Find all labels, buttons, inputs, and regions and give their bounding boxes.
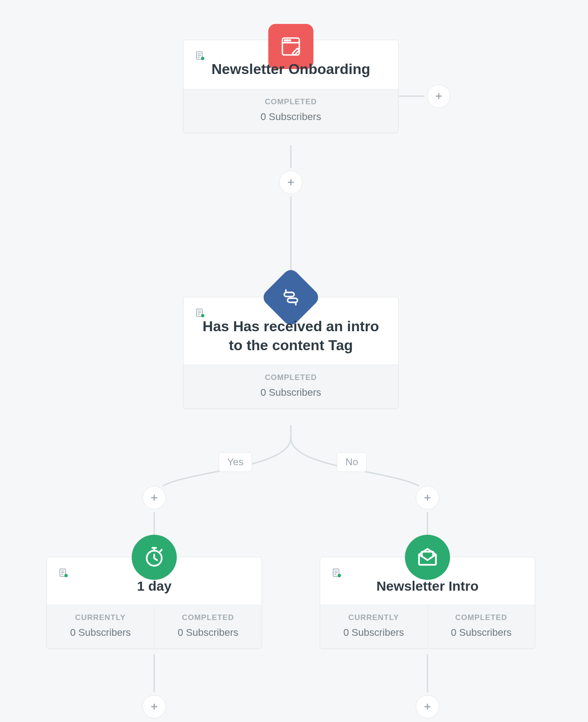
note-status-icon (332, 568, 342, 578)
email-stat-2: COMPLETED 0 Subscribers (427, 605, 535, 648)
stat-value: 0 Subscribers (159, 627, 257, 639)
condition-node[interactable]: Has Has received an intro to the content… (183, 297, 399, 409)
add-step-button[interactable] (416, 695, 439, 718)
add-step-button[interactable] (416, 486, 439, 509)
add-step-button[interactable] (142, 695, 166, 718)
delay-stat-1: CURRENTLY 0 Subscribers (47, 605, 154, 648)
condition-node-title: Has Has received an intro to the content… (196, 317, 386, 355)
stat-label: COMPLETED (159, 613, 257, 622)
note-status-icon (195, 51, 205, 61)
email-node-title: Newsletter Intro (333, 577, 522, 595)
delay-node[interactable]: 1 day CURRENTLY 0 Subscribers COMPLETED … (46, 557, 262, 649)
stat-label: COMPLETED (432, 613, 531, 622)
form-node-title: Newsletter Onboarding (196, 60, 386, 79)
stat-value: 0 Subscribers (432, 627, 531, 639)
svg-line-32 (161, 550, 162, 551)
stat-label: CURRENTLY (325, 613, 423, 622)
stat-value: 0 Subscribers (51, 627, 150, 639)
delay-node-title: 1 day (60, 577, 249, 595)
email-node[interactable]: Newsletter Intro CURRENTLY 0 Subscribers… (320, 557, 535, 649)
stat-label: COMPLETED (188, 373, 394, 382)
stat-value: 0 Subscribers (188, 111, 394, 123)
add-step-button[interactable] (142, 486, 166, 509)
branch-label-yes: Yes (219, 452, 252, 472)
condition-stat: COMPLETED 0 Subscribers (184, 365, 398, 408)
svg-point-9 (201, 57, 204, 60)
add-step-button[interactable] (279, 171, 303, 194)
svg-point-22 (201, 314, 204, 317)
svg-point-42 (338, 574, 341, 577)
add-step-button[interactable] (427, 84, 450, 108)
branch-label-no: No (337, 452, 367, 472)
form-stat: COMPLETED 0 Subscribers (184, 89, 398, 133)
form-node[interactable]: Newsletter Onboarding COMPLETED 0 Subscr… (183, 40, 399, 133)
stat-value: 0 Subscribers (325, 627, 423, 639)
note-status-icon (59, 568, 69, 578)
stat-label: COMPLETED (188, 97, 394, 106)
stat-value: 0 Subscribers (188, 387, 394, 398)
svg-point-37 (64, 574, 68, 577)
stat-label: CURRENTLY (51, 613, 150, 622)
automation-canvas[interactable]: Newsletter Onboarding COMPLETED 0 Subscr… (0, 0, 588, 722)
delay-stat-2: COMPLETED 0 Subscribers (154, 605, 262, 648)
email-stat-1: CURRENTLY 0 Subscribers (320, 605, 427, 648)
note-status-icon (195, 308, 205, 318)
